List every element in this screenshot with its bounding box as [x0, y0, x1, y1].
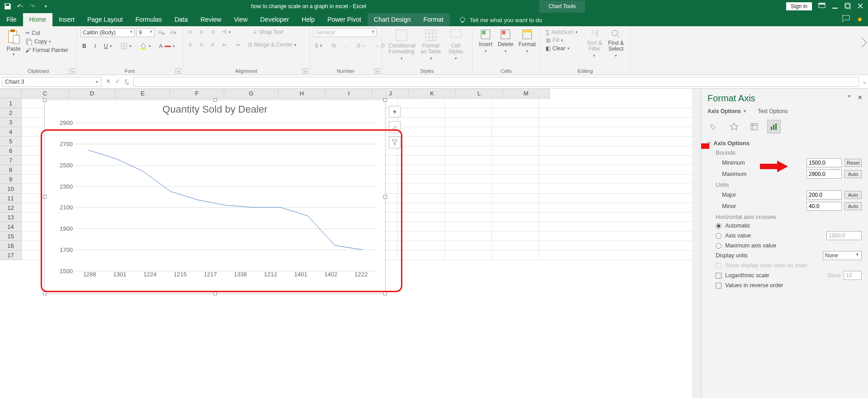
format-cells-button[interactable]: Format▾ — [516, 28, 538, 66]
hac-automatic-radio[interactable] — [716, 223, 722, 229]
major-input[interactable] — [807, 190, 842, 199]
tab-review[interactable]: Review — [194, 13, 228, 26]
minor-auto-button[interactable]: Auto — [844, 202, 862, 210]
x-axis-labels[interactable]: 1288130112241215121713361212140114021222 — [75, 271, 376, 280]
underline-button[interactable]: U ▾ — [102, 42, 114, 50]
col-header[interactable]: M — [503, 89, 550, 99]
tab-formulas[interactable]: Formulas — [129, 13, 168, 26]
merge-center-button[interactable]: ⊟Merge & Center ▾ — [246, 41, 298, 49]
col-header[interactable]: K — [409, 89, 456, 99]
chart-styles-button[interactable] — [389, 121, 401, 133]
row-header[interactable]: 15 — [0, 232, 22, 241]
cell-styles-button[interactable]: Cell Styles▾ — [444, 28, 467, 66]
row-header[interactable]: 17 — [0, 251, 22, 260]
col-header[interactable]: G — [224, 89, 278, 99]
pane-options-icon[interactable]: ▼ — [847, 94, 851, 101]
row-header[interactable]: 14 — [0, 222, 22, 232]
comments-icon[interactable] — [842, 15, 850, 24]
row-header[interactable]: 4 — [0, 127, 22, 137]
comma-format-icon[interactable]: , — [343, 42, 348, 50]
autosum-button[interactable]: ∑ AutoSum ▾ — [544, 28, 584, 36]
ribbon-display-icon[interactable] — [818, 3, 826, 10]
decrease-indent-icon[interactable]: ⇤ — [221, 41, 229, 49]
fx-icon[interactable]: fx — [125, 78, 129, 86]
chart-title[interactable]: Quantity Sold by Dealer — [45, 100, 385, 115]
col-header[interactable]: C — [22, 89, 69, 99]
orientation-icon[interactable]: ⟲▾ — [221, 28, 233, 36]
pane-close-icon[interactable]: ✕ — [858, 94, 863, 101]
enter-formula-icon[interactable]: ✓ — [115, 78, 120, 86]
save-icon[interactable] — [4, 2, 12, 10]
borders-button[interactable]: ▾ — [118, 42, 133, 51]
plot-area[interactable]: 29002700250023002100190017001500 1288130… — [54, 123, 376, 280]
percent-format-icon[interactable]: % — [330, 42, 338, 50]
accounting-format-icon[interactable]: $ ▾ — [313, 42, 324, 50]
tell-me[interactable]: Tell me what you want to do — [459, 16, 542, 26]
conditional-formatting-button[interactable]: Conditional Formatting▾ — [386, 28, 417, 66]
increase-indent-icon[interactable]: ⇥ — [233, 41, 241, 49]
copy-button[interactable]: Copy ▾ — [24, 37, 70, 46]
align-top-icon[interactable]: ≡ — [187, 28, 193, 36]
row-header[interactable]: 5 — [0, 137, 22, 146]
tab-chart-design[interactable]: Chart Design — [368, 13, 417, 26]
fill-button[interactable]: ▦ Fill ▾ — [544, 36, 584, 44]
font-name-select[interactable]: Calibri (Body)▾ — [80, 28, 135, 37]
tab-view[interactable]: View — [227, 13, 254, 26]
row-header[interactable]: 1 — [0, 99, 22, 108]
tab-developer[interactable]: Developer — [254, 13, 296, 26]
embedded-chart[interactable]: Quantity Sold by Dealer 2900270025002300… — [44, 100, 386, 294]
increase-decimal-icon[interactable]: .0→ — [354, 42, 368, 50]
minimum-input[interactable] — [807, 158, 842, 167]
align-right-icon[interactable]: ≡ — [209, 41, 216, 49]
row-header[interactable]: 13 — [0, 213, 22, 222]
number-format-select[interactable]: General▾ — [313, 28, 377, 37]
col-header[interactable]: I — [326, 89, 373, 99]
reverse-order-check[interactable] — [716, 283, 722, 289]
format-as-table-button[interactable]: Format as Table▾ — [417, 28, 444, 66]
tab-data[interactable]: Data — [168, 13, 194, 26]
format-painter-button[interactable]: 🖌Format Painter — [24, 46, 70, 54]
row-header[interactable]: 2 — [0, 108, 22, 118]
row-header[interactable]: 7 — [0, 156, 22, 165]
size-properties-icon[interactable] — [747, 120, 761, 133]
align-bottom-icon[interactable]: ≡ — [209, 28, 216, 36]
log-scale-check[interactable] — [716, 273, 722, 279]
formula-bar[interactable] — [133, 77, 859, 87]
effects-icon[interactable] — [727, 120, 741, 133]
pane-tab-text-options[interactable]: Text Options — [758, 108, 788, 114]
close-icon[interactable] — [857, 3, 863, 10]
row-header[interactable]: 11 — [0, 194, 22, 203]
tab-home[interactable]: Home — [23, 13, 52, 26]
decrease-font-icon[interactable]: A▾ — [168, 28, 178, 37]
insert-cells-button[interactable]: Insert▾ — [476, 28, 495, 66]
font-size-select[interactable]: 9▾ — [137, 28, 155, 37]
row-header[interactable]: 12 — [0, 203, 22, 213]
wrap-text-button[interactable]: ↲Wrap Text — [251, 28, 285, 36]
chart-filters-button[interactable] — [389, 137, 401, 148]
font-color-button[interactable]: A▾ — [157, 42, 177, 50]
qat-more-icon[interactable]: ▾ — [42, 2, 50, 10]
col-header[interactable]: F — [170, 89, 224, 99]
undo-icon[interactable]: ↶ ▾ — [16, 2, 24, 10]
find-select-button[interactable]: Find & Select▾ — [605, 28, 627, 66]
align-center-icon[interactable]: ≡ — [198, 41, 205, 49]
maximize-icon[interactable] — [844, 3, 851, 10]
redo-icon[interactable]: ↷ ▾ — [29, 2, 37, 10]
align-left-icon[interactable]: ≡ — [187, 41, 193, 49]
vertical-scrollbar[interactable] — [693, 89, 701, 398]
name-box[interactable]: Chart 3▾ — [2, 77, 101, 87]
tab-insert[interactable]: Insert — [52, 13, 81, 26]
worksheet[interactable]: C D E F G H I J K L M 123456789101112131… — [0, 89, 701, 398]
reset-button[interactable]: Reset — [844, 159, 862, 167]
pane-tab-axis-options[interactable]: Axis Options ▼ — [708, 108, 747, 114]
tab-file[interactable]: File — [0, 13, 23, 26]
tab-help[interactable]: Help — [295, 13, 321, 26]
align-middle-icon[interactable]: ≡ — [198, 28, 205, 36]
row-header[interactable]: 10 — [0, 184, 22, 194]
select-all-corner[interactable] — [0, 89, 22, 99]
row-header[interactable]: 9 — [0, 175, 22, 184]
clear-button[interactable]: ◧ Clear ▾ — [544, 44, 584, 52]
alignment-dialog-launcher[interactable]: ↘ — [302, 68, 307, 74]
hac-max-radio[interactable] — [716, 243, 722, 249]
axis-options-section-header[interactable]: ▽Axis Options — [708, 140, 862, 147]
